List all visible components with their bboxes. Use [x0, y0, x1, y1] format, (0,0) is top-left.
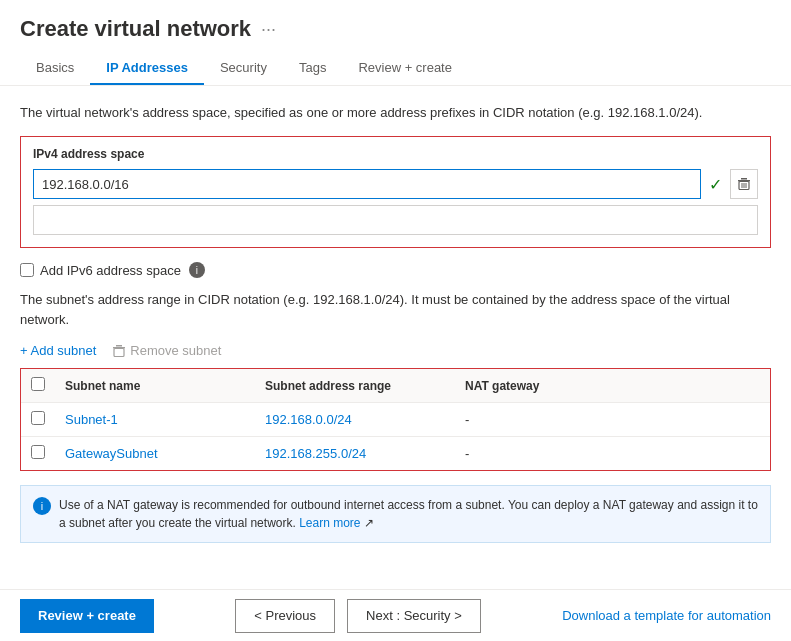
- subnet-description: The subnet's address range in CIDR notat…: [20, 290, 771, 329]
- tab-tags[interactable]: Tags: [283, 52, 342, 85]
- tab-bar: Basics IP Addresses Security Tags Review…: [0, 52, 791, 86]
- col-header-check: [21, 369, 55, 403]
- ipv4-address-space-box: IPv4 address space ✓: [20, 136, 771, 248]
- subnet-nat-cell: -: [455, 437, 770, 471]
- address-space-description: The virtual network's address space, spe…: [20, 104, 771, 122]
- svg-rect-8: [114, 348, 124, 356]
- ipv4-section-label: IPv4 address space: [33, 147, 758, 161]
- main-content: The virtual network's address space, spe…: [0, 86, 791, 571]
- remove-trash-icon: [112, 344, 126, 358]
- nat-info-banner: i Use of a NAT gateway is recommended fo…: [20, 485, 771, 543]
- tab-ip-addresses[interactable]: IP Addresses: [90, 52, 204, 85]
- next-security-button[interactable]: Next : Security >: [347, 599, 481, 633]
- ipv6-checkbox-label[interactable]: Add IPv6 address space: [20, 263, 181, 278]
- external-link-icon: ↗: [364, 516, 374, 530]
- row-checkbox-cell: [21, 437, 55, 471]
- review-create-button[interactable]: Review + create: [20, 599, 154, 633]
- subnet-name-link[interactable]: Subnet-1: [65, 412, 118, 427]
- info-circle-icon: i: [33, 497, 51, 515]
- page-header: Create virtual network ···: [0, 0, 791, 52]
- tab-review-create[interactable]: Review + create: [342, 52, 468, 85]
- tab-security[interactable]: Security: [204, 52, 283, 85]
- add-subnet-label: + Add subnet: [20, 343, 96, 358]
- empty-address-row: [33, 205, 758, 235]
- delete-address-button[interactable]: [730, 169, 758, 199]
- subnet-table: Subnet name Subnet address range NAT gat…: [21, 369, 770, 470]
- col-header-subnet-name: Subnet name: [55, 369, 255, 403]
- page-title: Create virtual network: [20, 16, 251, 42]
- ipv6-info-icon[interactable]: i: [189, 262, 205, 278]
- select-all-checkbox[interactable]: [31, 377, 45, 391]
- subnet-actions-row: + Add subnet Remove subnet: [20, 343, 771, 358]
- subnet-range-cell: 192.168.255.0/24: [255, 437, 455, 471]
- valid-check-icon: ✓: [705, 175, 726, 194]
- more-options-icon[interactable]: ···: [261, 19, 276, 40]
- row-checkbox-0[interactable]: [31, 411, 45, 425]
- trash-icon: [737, 177, 751, 191]
- ipv4-address-input[interactable]: [33, 169, 701, 199]
- subnet-name-cell: Subnet-1: [55, 403, 255, 437]
- col-header-address-range: Subnet address range: [255, 369, 455, 403]
- subnet-range-link[interactable]: 192.168.0.0/24: [265, 412, 352, 427]
- remove-subnet-label: Remove subnet: [130, 343, 221, 358]
- previous-button[interactable]: < Previous: [235, 599, 335, 633]
- subnet-range-link[interactable]: 192.168.255.0/24: [265, 446, 366, 461]
- table-row: GatewaySubnet 192.168.255.0/24 -: [21, 437, 770, 471]
- remove-subnet-button[interactable]: Remove subnet: [112, 343, 221, 358]
- svg-rect-7: [116, 345, 122, 347]
- subnet-desc-text: The subnet's address range in CIDR notat…: [20, 292, 730, 327]
- subnet-name-link[interactable]: GatewaySubnet: [65, 446, 158, 461]
- table-row: Subnet-1 192.168.0.0/24 -: [21, 403, 770, 437]
- subnet-nat-cell: -: [455, 403, 770, 437]
- footer-bar: Review + create < Previous Next : Securi…: [0, 589, 791, 641]
- subnet-name-cell: GatewaySubnet: [55, 437, 255, 471]
- tab-basics[interactable]: Basics: [20, 52, 90, 85]
- subnet-range-cell: 192.168.0.0/24: [255, 403, 455, 437]
- ipv6-checkbox[interactable]: [20, 263, 34, 277]
- row-checkbox-1[interactable]: [31, 445, 45, 459]
- info-banner-text: Use of a NAT gateway is recommended for …: [59, 496, 758, 532]
- add-subnet-button[interactable]: + Add subnet: [20, 343, 96, 358]
- info-text: Use of a NAT gateway is recommended for …: [59, 498, 758, 530]
- svg-rect-1: [741, 178, 747, 180]
- col-header-nat-gateway: NAT gateway: [455, 369, 770, 403]
- download-template-link[interactable]: Download a template for automation: [562, 608, 771, 623]
- ipv4-input-row: ✓: [33, 169, 758, 199]
- subnet-table-wrapper: Subnet name Subnet address range NAT gat…: [20, 368, 771, 471]
- row-checkbox-cell: [21, 403, 55, 437]
- ipv6-label-text: Add IPv6 address space: [40, 263, 181, 278]
- ipv6-row: Add IPv6 address space i: [20, 262, 771, 278]
- learn-more-link[interactable]: Learn more: [299, 516, 360, 530]
